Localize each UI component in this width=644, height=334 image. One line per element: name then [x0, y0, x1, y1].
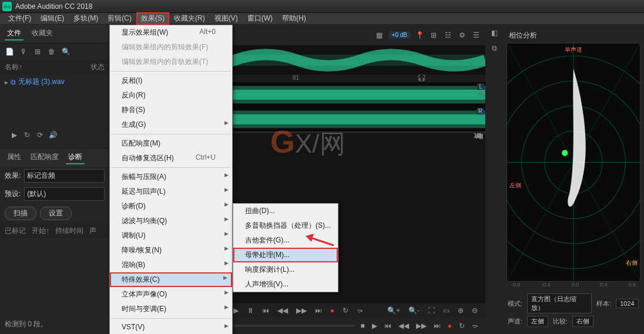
tab-properties[interactable]: 属性	[5, 151, 24, 164]
compare-combo[interactable]: 右侧	[572, 316, 593, 327]
play-icon[interactable]: ▶	[9, 130, 19, 140]
next-icon[interactable]: ⏭	[432, 322, 442, 330]
detection-status: 检测到 0 段。	[0, 315, 109, 334]
menu-clip[interactable]: 剪辑(C)	[103, 12, 136, 25]
rewind-icon[interactable]: ◀◀	[397, 322, 411, 330]
skip-icon[interactable]: ⤼	[470, 322, 479, 330]
menu-edit[interactable]: 编辑(E)	[36, 12, 69, 25]
menu-time-pitch[interactable]: 时间与变调(E)	[110, 302, 232, 316]
effect-combo[interactable]: 标记音频	[24, 169, 105, 183]
settings-icon[interactable]: ⚙	[457, 31, 467, 40]
preset-combo[interactable]: (默认)	[24, 187, 105, 201]
submenu-doppler[interactable]: 多普勒换挡器（处理）(S)...	[233, 218, 338, 233]
zoom-in-icon[interactable]: 🔍+	[385, 306, 402, 315]
tab-favorites[interactable]: 收藏夹	[29, 27, 55, 41]
spectral-icon[interactable]: ☷	[443, 31, 452, 40]
svg-point-17	[562, 150, 568, 156]
phase-scope[interactable]: 单声道 左侧 右侧	[507, 43, 640, 282]
menu-effects[interactable]: 效果(S)	[136, 12, 169, 25]
menu-auto-heal[interactable]: 自动修复选区(H)Ctrl+U	[110, 151, 232, 166]
loop-icon[interactable]: ↻	[457, 322, 467, 330]
menu-filter[interactable]: 滤波与均衡(Q)	[110, 214, 232, 228]
menu-help[interactable]: 帮助(H)	[277, 12, 311, 25]
loop-icon[interactable]: ↻	[22, 130, 32, 140]
menu-window[interactable]: 窗口(W)	[243, 12, 277, 25]
open-file-icon[interactable]: 📄	[5, 47, 14, 56]
prev-icon[interactable]: ⏮	[260, 306, 271, 315]
rewind-icon[interactable]: ◀◀	[276, 306, 290, 315]
search-icon[interactable]: 🔍	[61, 47, 71, 56]
pause-icon[interactable]: ⏸	[245, 306, 256, 315]
menu-show-effects-rack[interactable]: 显示效果组(W)Alt+0	[110, 25, 232, 40]
menu-file[interactable]: 文件(F)	[4, 12, 36, 25]
menu-modulation[interactable]: 调制(U)	[110, 228, 232, 243]
menu-invert[interactable]: 反相(I)	[110, 73, 232, 88]
zoom-full-icon[interactable]: ⛶	[426, 306, 437, 315]
menu-reverse[interactable]: 反向(R)	[110, 88, 232, 103]
samples-combo[interactable]: 1024	[616, 299, 638, 308]
submenu-loudness-radar[interactable]: 响度探测计(L)...	[233, 262, 338, 277]
menu-special[interactable]: 特殊效果(C)	[110, 272, 232, 287]
app-title: Adobe Audition CC 2018	[15, 2, 92, 11]
menu-generate[interactable]: 生成(G)	[110, 117, 232, 132]
menu-favorites[interactable]: 收藏夹(R)	[169, 12, 210, 25]
file-row[interactable]: ▸ ⧉ 无标题 (3).wav	[0, 75, 109, 89]
record-icon[interactable]: ●	[446, 322, 454, 330]
loop-icon[interactable]: ↻	[341, 306, 350, 315]
menu-multitrack[interactable]: 多轨(M)	[69, 12, 103, 25]
stop-icon[interactable]: ■	[359, 322, 367, 330]
play-icon[interactable]: ▶	[370, 322, 379, 330]
menu-delay[interactable]: 延迟与回声(L)	[110, 184, 232, 199]
ffwd-icon[interactable]: ▶▶	[294, 306, 308, 315]
link-icon[interactable]: ⧉	[489, 43, 499, 53]
zoom-out-v-icon[interactable]: ⊖	[470, 306, 479, 315]
tab-files[interactable]: 文件	[5, 27, 24, 41]
submenu-distortion[interactable]: 扭曲(D)...	[233, 204, 338, 218]
menu-edit-track-effects[interactable]: 编辑效果组内的音轨效果(T)	[110, 55, 232, 69]
channel-icon[interactable]: ◧	[489, 28, 499, 38]
pin-icon[interactable]: 📍	[415, 31, 424, 40]
tab-diagnostics[interactable]: 诊断	[66, 151, 85, 164]
menu-noise-reduction[interactable]: 降噪/恢复(N)	[110, 243, 232, 258]
snap-icon[interactable]: ⊞	[429, 31, 438, 40]
menu-silence[interactable]: 静音(S)	[110, 103, 232, 117]
menu-diagnostics[interactable]: 诊断(D)	[110, 199, 232, 214]
zoom-in-v-icon[interactable]: ⊕	[456, 306, 465, 315]
next-icon[interactable]: ⏭	[313, 306, 324, 315]
channel-combo[interactable]: 左侧	[527, 316, 548, 327]
menu-bar[interactable]: 文件(F) 编辑(E) 多轨(M) 剪辑(C) 效果(S) 收藏夹(R) 视图(…	[0, 13, 644, 25]
menu-reverb[interactable]: 混响(B)	[110, 258, 232, 272]
zoom-sel-icon[interactable]: ▭	[441, 306, 451, 315]
effects-menu[interactable]: 显示效果组(W)Alt+0 编辑效果组内的剪辑效果(F) 编辑效果组内的音轨效果…	[109, 25, 233, 334]
menu-amplitude[interactable]: 振幅与压限(A)	[110, 170, 232, 184]
phase-top-label: 单声道	[565, 46, 582, 54]
record-icon[interactable]: ●	[328, 306, 336, 315]
hud-icon[interactable]: ▦	[375, 31, 384, 40]
menu-vst[interactable]: VST(V)	[110, 320, 232, 333]
menu-edit-clip-effects[interactable]: 编辑效果组内的剪辑效果(F)	[110, 40, 232, 55]
scan-button[interactable]: 扫描	[5, 207, 36, 220]
ffwd-icon[interactable]: ▶▶	[414, 322, 428, 330]
volume-icon[interactable]: 🔊	[48, 130, 58, 140]
trash-icon[interactable]: 🗑	[47, 47, 56, 56]
insert-icon[interactable]: ⊞	[33, 47, 42, 56]
menu-stereo-imagery[interactable]: 立体声声像(O)	[110, 287, 232, 302]
mode-combo[interactable]: 直方图（日志缩放）	[527, 293, 592, 313]
col-status[interactable]: 状态	[90, 62, 105, 72]
zoom-out-icon[interactable]: 🔍-	[407, 306, 421, 315]
record-icon[interactable]: 🎙	[19, 47, 28, 56]
menu-match-loudness[interactable]: 匹配响度(M)	[110, 136, 232, 151]
tab-match-loudness[interactable]: 匹配响度	[28, 151, 61, 164]
list-icon[interactable]: ☰	[471, 31, 481, 40]
settings-button[interactable]: 设置	[40, 207, 72, 220]
submenu-vocal-enhancer[interactable]: 人声增强(V)...	[233, 277, 338, 292]
db-badge[interactable]: +0 dB	[389, 31, 410, 39]
prev-icon[interactable]: ⏮	[383, 322, 393, 330]
submenu-mastering[interactable]: 母带处理(M)...	[233, 248, 338, 262]
col-start[interactable]: 开始↑	[32, 226, 49, 236]
twirl-icon[interactable]: ▸	[5, 78, 8, 86]
skip-icon[interactable]: ⤼	[355, 306, 364, 315]
col-name[interactable]: 名称↑	[5, 62, 22, 72]
autoplay-icon[interactable]: ⟳	[35, 130, 45, 140]
menu-view[interactable]: 视图(V)	[210, 12, 243, 25]
